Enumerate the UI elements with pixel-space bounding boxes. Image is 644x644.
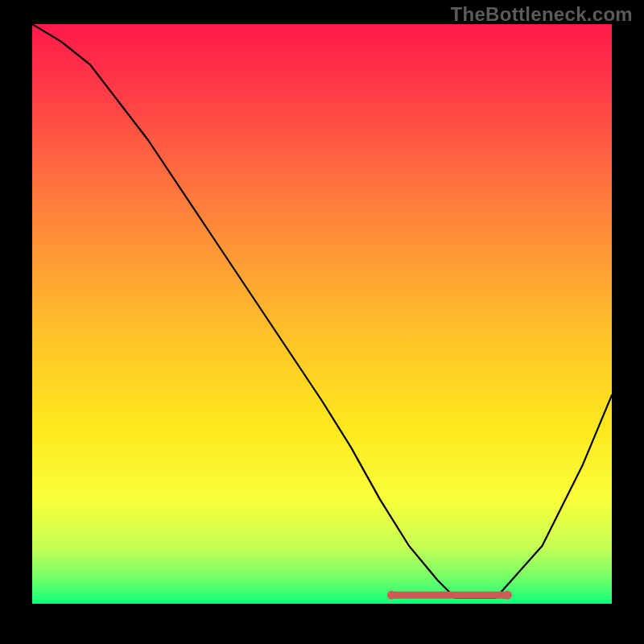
chart-frame: TheBottleneck.com [0,0,644,644]
bottom-black-strip [32,604,612,612]
bottleneck-curve [32,24,612,598]
watermark-label: TheBottleneck.com [451,3,633,26]
flat-segment-endpoint-right [503,591,512,600]
plot-area [32,24,612,604]
curve-overlay [32,24,612,604]
flat-segment-endpoint-left [387,591,396,600]
